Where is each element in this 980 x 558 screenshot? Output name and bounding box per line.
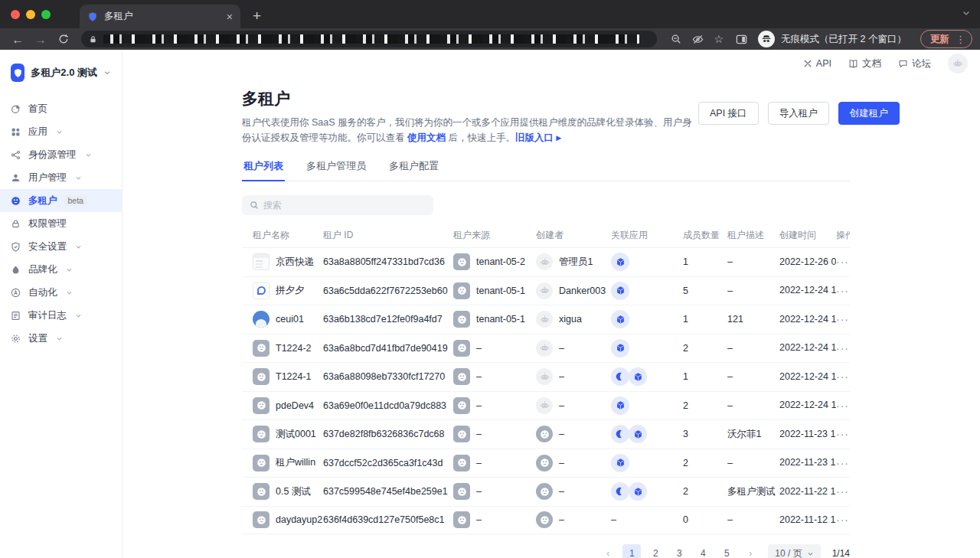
topbar-link-forum[interactable]: 论坛 [898, 57, 931, 70]
linked-apps-cell [611, 339, 683, 357]
page-total: 1/14 [832, 548, 850, 558]
import-tenant-button[interactable]: 导入租户 [768, 102, 829, 125]
table-row[interactable]: T1224-263a6a8bcd7d41fbd7de90419––2–2022-… [242, 334, 850, 363]
row-kebab-icon[interactable]: ··· [836, 400, 849, 412]
source-icon [453, 253, 470, 270]
tab-3[interactable]: 多租户配置 [387, 155, 440, 181]
page-button-1[interactable]: 1 [622, 544, 641, 558]
row-kebab-icon[interactable]: ··· [836, 428, 849, 440]
sidebar-item-idp[interactable]: 身份源管理 [0, 143, 122, 166]
zoom-icon[interactable] [671, 34, 681, 44]
sidebar-item-lock[interactable]: 权限管理 [0, 212, 122, 235]
update-button[interactable]: 更新 ⋮ [920, 30, 972, 48]
sidebar-item-home[interactable]: 首页 [0, 97, 122, 120]
row-kebab-icon[interactable]: ··· [836, 514, 849, 526]
user-avatar[interactable] [948, 54, 968, 73]
close-window-button[interactable] [11, 10, 20, 19]
tenant-logo [253, 282, 270, 299]
row-kebab-icon[interactable]: ··· [836, 485, 849, 498]
created-time-cell: 2022-11-23 1 [779, 420, 836, 449]
row-kebab-icon[interactable]: ··· [836, 457, 849, 469]
tabstrip-chevron-down-icon[interactable] [962, 8, 971, 18]
next-page-button[interactable]: › [741, 544, 760, 558]
table-row[interactable]: T1224-163a6a88098eb7330fcf17270––1–2022-… [242, 362, 850, 391]
creator-robot-icon [536, 340, 553, 357]
page-button-5[interactable]: 5 [717, 544, 736, 558]
sidebar-item-security[interactable]: 安全设置 [0, 235, 122, 258]
sidebar-item-apps[interactable]: 应用 [0, 120, 122, 143]
sidebar-item-brand[interactable]: 品牌化 [0, 258, 122, 281]
table-row[interactable]: 0.5 测试637c599548e745ef4be259e1––2多租户测试20… [242, 477, 850, 506]
tenant-id-cell: 63a6c5dda622f7672253eb60 [323, 286, 453, 296]
minimize-window-button[interactable] [26, 10, 35, 19]
zoom-window-button[interactable] [41, 10, 51, 19]
page-button-3[interactable]: 3 [670, 544, 688, 558]
sidebar-item-users[interactable]: 用户管理 [0, 166, 122, 189]
search-input[interactable] [263, 200, 426, 210]
page-button-2[interactable]: 2 [646, 544, 665, 558]
table-row[interactable]: pdeDev463a69e0f0e11dcd0a79dc883––2–2022-… [242, 391, 850, 420]
row-kebab-icon[interactable]: ··· [836, 370, 849, 383]
forward-icon[interactable]: → [31, 33, 51, 46]
api-endpoint-button[interactable]: API 接口 [698, 102, 759, 125]
sidebar-item-label: 品牌化 [28, 263, 57, 276]
sidebar-item-label: 自动化 [28, 286, 57, 299]
workspace-switcher[interactable]: 多租户2.0 测试 [0, 60, 122, 85]
row-kebab-icon[interactable]: ··· [836, 313, 849, 325]
split-screen-icon[interactable] [736, 34, 747, 45]
topbar-link-doc[interactable]: 文档 [848, 57, 881, 70]
created-time-cell: 2022-12-24 1 [779, 276, 836, 305]
sidebar-item-settings[interactable]: 设置 [0, 327, 122, 350]
reload-icon[interactable] [54, 34, 74, 44]
browser-tab[interactable]: 多租户 × [80, 5, 240, 28]
tab-2[interactable]: 多租户管理员 [305, 155, 368, 181]
created-time-cell: 2022-12-24 1 [779, 334, 836, 362]
source-name: – [476, 458, 482, 468]
sidebar-item-audit[interactable]: 审计日志 [0, 304, 122, 327]
tab-close-icon[interactable]: × [227, 11, 233, 23]
source-icon [453, 340, 470, 357]
tenant-desc-cell: – [727, 514, 779, 525]
url-bar[interactable] [81, 31, 657, 47]
column-header: 创建者 [536, 229, 611, 242]
new-tab-button[interactable]: + [253, 8, 261, 28]
security-icon [11, 242, 21, 252]
toolbar-right-icons: ☆ [665, 33, 730, 45]
create-tenant-button[interactable]: 创建租户 [838, 102, 900, 125]
sidebar-item-tenant[interactable]: 多租户beta [0, 189, 122, 212]
window-controls[interactable] [0, 0, 61, 28]
audit-icon [11, 311, 21, 321]
prev-page-button[interactable]: ‹ [599, 544, 617, 558]
linked-apps-cell [611, 310, 683, 328]
page-size-select[interactable]: 10 / 页 [768, 544, 820, 558]
table-row[interactable]: 京西快递63a8a8805ff247331bd7cd36tenant-05-2管… [242, 247, 850, 276]
doc-link[interactable]: 使用文档 [407, 132, 446, 143]
table-row[interactable]: 拼夕夕63a6c5dda622f7672253eb60tenant-05-1Da… [242, 276, 850, 305]
topbar-link-api[interactable]: API [803, 57, 831, 70]
page-description: 租户代表使用你 SaaS 服务的客户，我们将为你的一个或多个应用提供租户维度的品… [242, 115, 698, 145]
table-header: 租户名称租户 ID租户来源创建者关联应用成员数量租户描述创建时间操作 [242, 223, 850, 247]
browser-menu-kebab-icon[interactable]: ⋮ [954, 34, 967, 45]
eye-off-icon[interactable] [692, 34, 704, 45]
table-row[interactable]: 租户willin637dccf52c2d365ca3f1c43d––2–2022… [242, 449, 850, 478]
back-icon[interactable]: ← [8, 33, 28, 46]
sidebar-item-automation[interactable]: 自动化 [0, 281, 122, 304]
row-kebab-icon[interactable]: ··· [836, 342, 849, 354]
table-row[interactable]: ceui0163a6b138cd7e12fe0f9a4fd7tenant-05-… [242, 305, 850, 334]
topbar-links: API文档论坛 [803, 57, 931, 70]
lock-icon [11, 219, 21, 229]
sidebar-nav: 首页应用身份源管理用户管理多租户beta权限管理安全设置品牌化自动化审计日志设置 [0, 97, 122, 350]
search-box[interactable] [242, 195, 433, 215]
tab-1[interactable]: 租户列表 [242, 155, 285, 181]
table-row[interactable]: daydayup2636f4d639cd127e750f5e8c1–––0–20… [242, 506, 850, 535]
bookmark-star-icon[interactable]: ☆ [714, 33, 724, 45]
browser-toolbar: ← → ☆ 无痕模式（已打开 2 个窗口） [0, 28, 980, 50]
legacy-entry-link[interactable]: 旧版入口 ▸ [515, 132, 561, 143]
url-redacted-text [103, 34, 639, 44]
table-row[interactable]: 测试0001637de82f8fb6326836c7dc68––3沃尔菲1202… [242, 419, 850, 449]
tenant-default-icon [253, 511, 270, 528]
row-kebab-icon[interactable]: ··· [836, 285, 849, 297]
row-kebab-icon[interactable]: ··· [836, 256, 849, 268]
page-button-4[interactable]: 4 [694, 544, 712, 558]
tenant-source-cell: – [453, 483, 536, 500]
